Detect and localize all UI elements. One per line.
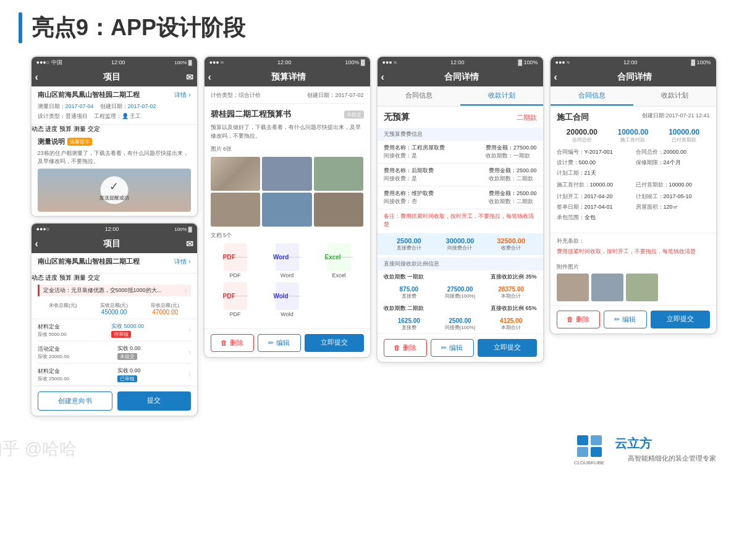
excel-label-1: Excel bbox=[332, 272, 345, 278]
trash-icon-3: 🗑 bbox=[394, 344, 400, 351]
status-right-3: ▓ 100% bbox=[518, 59, 538, 65]
doc-excel-1[interactable]: Excel──── Excel bbox=[314, 243, 364, 278]
doc-pdf-2[interactable]: PDF──── PDF bbox=[211, 282, 260, 317]
project-meta: 测量日期：2017-07-04 创建日期：2017-07-02 bbox=[38, 102, 191, 111]
attachment-imgs bbox=[557, 274, 710, 301]
money-row: 20000.00 合同总价 10000.00 施工首付款 10000.00 已付… bbox=[557, 128, 710, 143]
phone4-nav: ‹ 合同详情 bbox=[551, 68, 716, 86]
phone4-tabs: 合同信息 收款计划 bbox=[551, 86, 716, 107]
budget-title: 碧桂园二期工程预算书 bbox=[211, 109, 291, 120]
logo-text: 云立方 bbox=[615, 435, 716, 452]
tab-jiaoding-b[interactable]: 交定 bbox=[88, 274, 100, 281]
img-thumb-1 bbox=[211, 157, 261, 191]
fee-section-header: 无预算费费信息 bbox=[378, 128, 543, 141]
edit-icon-2: ✏ bbox=[268, 339, 274, 346]
delete-button-2[interactable]: 🗑 删除 bbox=[211, 334, 254, 352]
fee-amount-2: 费用金额：2500.00 收款期数：二期款 bbox=[489, 167, 537, 183]
edit-button-4[interactable]: ✏ 编辑 bbox=[604, 311, 647, 328]
measure-text: 23栋的住户都测量了，下载去看看，有什么问题尽快提出来，及早修改吗，不要拖拉。 bbox=[38, 149, 191, 165]
contract-type: 施工合同 bbox=[557, 112, 589, 123]
edit-icon-3: ✏ bbox=[441, 344, 447, 351]
doc-files-row2: PDF──── PDF Wold──── Wold bbox=[211, 282, 364, 317]
doc-pdf-1[interactable]: PDF──── PDF bbox=[211, 243, 260, 278]
tab-contract-info-3[interactable]: 合同信息 bbox=[378, 86, 460, 106]
trash-icon-4: 🗑 bbox=[567, 316, 573, 323]
badge-yishenhe: 已审核 bbox=[117, 375, 137, 382]
fee-detail-1: 费用名称：工程房屋取费 间接收费：是 bbox=[384, 144, 445, 160]
status-time-1: 12:00 bbox=[111, 59, 125, 65]
project-meta2: 设计类型：普通项目 工程监理：👤 王工 bbox=[38, 112, 191, 120]
img-grid bbox=[211, 157, 364, 227]
delete-button-3[interactable]: 🗑 删除 bbox=[384, 339, 427, 357]
phone2: ●●● ≈ 12:00 100% ▓ ‹ 预算详情 计价类型：综合计价 创建日期… bbox=[203, 56, 371, 358]
word-icon-1: Word──── bbox=[276, 243, 299, 271]
tab-celiang-b[interactable]: 测量 bbox=[74, 274, 86, 281]
info-plan-start: 计划开工：2017-04-20 bbox=[557, 193, 631, 201]
summary-row: 2500.00 直接费合计 30000.00 间接费合计 32500.00 收费… bbox=[378, 233, 543, 255]
status-bar-1: ●●●○ 中国 12:00 100% ▓ bbox=[32, 57, 197, 68]
project-info-1b: 南山区前海凤凰山智桂园二期工程 详情 › bbox=[32, 253, 197, 274]
ratio-row-1: 收款期数 一期款 直接收款比例 35% bbox=[378, 270, 543, 283]
delete-button-4[interactable]: 🗑 删除 bbox=[557, 311, 600, 328]
sum-direct: 2500.00 直接费合计 bbox=[384, 237, 435, 251]
submit-button-4[interactable]: 立即提交 bbox=[651, 311, 710, 328]
detail-link[interactable]: 详情 › bbox=[174, 91, 190, 99]
tab-dongtai-b[interactable]: 动态 bbox=[32, 274, 44, 281]
watermark-text: 知乎 @哈哈 bbox=[0, 439, 77, 458]
budget-desc: 预算以及做好了，下载去看看，有什么问题尽快提出来，及早修改吗，不要拖拉。 bbox=[211, 123, 364, 140]
phone1b-tabs: 动态 进度 预算 测量 交定 bbox=[32, 274, 197, 282]
tab-yusuan-b[interactable]: 预算 bbox=[59, 274, 72, 281]
phone1b-nav-title: 项目 bbox=[38, 238, 186, 249]
tab-payment-plan-4[interactable]: 收款计划 bbox=[633, 86, 716, 106]
tab-payment-plan-3[interactable]: 收款计划 bbox=[460, 86, 543, 106]
status-right-4: ▓ 100% bbox=[691, 59, 711, 65]
phone4-nav-title: 合同详情 bbox=[557, 72, 712, 83]
tab-dongtai[interactable]: 动态 bbox=[32, 125, 44, 132]
doc-word-1[interactable]: Word──── Word bbox=[263, 243, 312, 278]
stats-row: 未收总额(元) 实收总额(元) 45000.00 应收总额(元) 47000.0… bbox=[32, 299, 197, 319]
status-bar-2: ●●● ≈ 12:00 100% ▓ bbox=[205, 57, 370, 68]
meta-create: 创建日期：2017-07-02 bbox=[100, 102, 156, 111]
zhihu-watermark: 知乎 @哈哈 bbox=[0, 437, 77, 461]
submit-button-3[interactable]: 立即提交 bbox=[478, 339, 537, 357]
collect-1-direct: 875.00 直接费 bbox=[384, 286, 435, 299]
edit-label-4: 编辑 bbox=[622, 316, 636, 323]
mat-right-2: 实收 0.00 未提交 bbox=[117, 345, 141, 360]
message-icon-1[interactable]: ✉ bbox=[186, 72, 193, 82]
img-thumb-2 bbox=[262, 157, 312, 191]
create-intent-button[interactable]: 创建意向书 bbox=[38, 391, 112, 411]
tab-jindu[interactable]: 进度 bbox=[45, 125, 57, 132]
attachment-title: 附件图片 bbox=[557, 263, 710, 271]
edit-button-2[interactable]: ✏ 编辑 bbox=[258, 334, 301, 352]
submit-main-button[interactable]: 提交 bbox=[117, 391, 191, 411]
no-budget-text: 无预算 bbox=[384, 112, 410, 123]
doc-word-2[interactable]: Wold──── Wold bbox=[263, 282, 312, 317]
info-area: 房屋面积：120㎡ bbox=[636, 203, 710, 211]
period1-label: 收款期数 一期款 bbox=[384, 273, 424, 281]
chevron-mat2[interactable]: › bbox=[188, 349, 190, 356]
tab-yusuan[interactable]: 预算 bbox=[59, 125, 72, 132]
logo-text-area: 云立方 高智能精细化的装企管理专家 bbox=[615, 435, 716, 463]
tab-jiaoading[interactable]: 交定 bbox=[88, 125, 100, 132]
meta-supervisor: 工程监理：👤 王工 bbox=[94, 112, 141, 120]
material-list: 材料定金 应收 5000.00 实收 5000.00 待审核 › 活动定金 应收… bbox=[32, 319, 197, 386]
attachment-section: 附件图片 bbox=[551, 259, 716, 305]
material-item-2: 活动定金 应收 20000.00 实收 0.00 未提交 › bbox=[38, 341, 191, 364]
chevron-mat1[interactable]: › bbox=[188, 327, 190, 333]
tab-contract-info-4[interactable]: 合同信息 bbox=[551, 86, 633, 106]
phone1-top: ●●●○ 中国 12:00 100% ▓ ‹ 项目 ✉ 南山区前海凤凰山智桂园二… bbox=[30, 56, 198, 217]
chevron-right-promo[interactable]: › bbox=[185, 287, 187, 294]
submit-button-2[interactable]: 立即提交 bbox=[305, 334, 364, 352]
phone3-tabs: 合同信息 收款计划 bbox=[378, 86, 543, 107]
tab-jindu-b[interactable]: 进度 bbox=[45, 274, 57, 281]
contract-date: 创建日期:2017-07-21 12:41 bbox=[642, 112, 710, 120]
contract-header: 施工合同 创建日期:2017-07-21 12:41 bbox=[557, 112, 710, 123]
tab-celiang[interactable]: 测量 bbox=[74, 125, 86, 132]
meta-date-2: 创建日期：2017-07-02 bbox=[307, 91, 363, 99]
info-plan-end: 计划竣工：2017-05-10 bbox=[636, 193, 710, 201]
chevron-mat3[interactable]: › bbox=[188, 371, 190, 378]
message-icon-1b[interactable]: ✉ bbox=[186, 239, 193, 249]
edit-button-3[interactable]: ✏ 编辑 bbox=[431, 339, 474, 357]
detail-link-1b[interactable]: 详情 › bbox=[174, 257, 190, 266]
supplement-section: 补充条款： 费用抓紧时间收取，按时开工，不要拖拉，每笔钱收清楚 bbox=[551, 233, 716, 259]
